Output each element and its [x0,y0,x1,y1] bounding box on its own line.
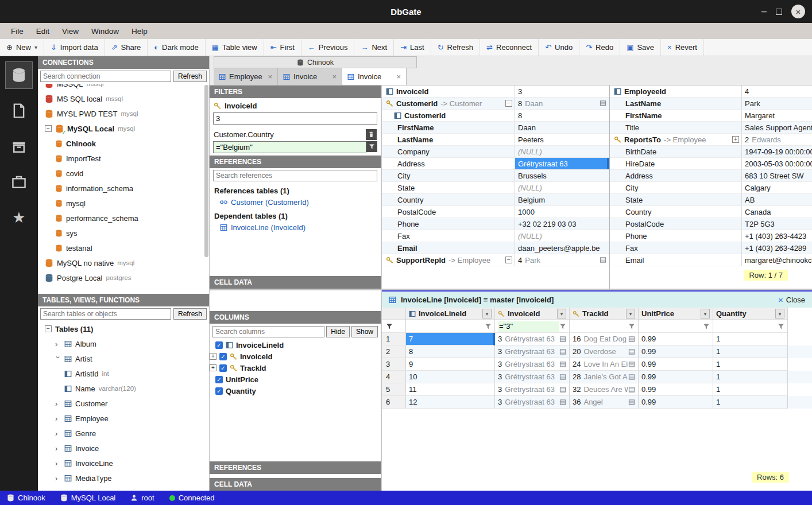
menu-edit[interactable]: Edit [30,25,56,37]
checkbox-checked-icon[interactable]: ✓ [215,376,223,383]
close-tab-icon[interactable]: × [332,72,337,81]
column-header-trackid[interactable]: TrackId▾ [570,308,639,320]
connections-nav-icon[interactable] [6,62,32,88]
database-item-chinook[interactable]: Chinook [38,136,209,151]
open-form-icon[interactable] [559,361,566,368]
filter-cell[interactable] [639,320,713,333]
form-row[interactable]: PostalCode1000 [382,206,609,218]
expand-icon[interactable]: + [210,364,216,371]
connection-item[interactable]: MySQL no nativemysql [38,255,209,270]
column-header-invoicelineid[interactable]: InvoiceLineId▾ [406,308,495,320]
files-nav-icon[interactable] [6,98,32,124]
form-row[interactable]: EmployeeId4 [610,86,812,98]
show-column-button[interactable]: Show [351,326,378,337]
hide-column-button[interactable]: Hide [326,326,350,337]
form-row[interactable]: BirthDate1947-09-19 00:00:00 [610,146,812,158]
database-item[interactable]: information_schema [38,181,209,196]
grid-cell[interactable]: 1 [713,345,788,358]
grid-cell[interactable]: 20Overdose [570,345,639,358]
form-row[interactable]: FirstNameDaan [382,122,609,134]
open-form-icon[interactable] [628,374,635,380]
archive-nav-icon[interactable] [6,133,32,160]
close-tab-icon[interactable]: × [396,72,401,81]
table-item-album[interactable]: ›Album [38,336,209,351]
reference-link-customer[interactable]: Customer (CustomerId) [210,196,381,208]
statusbar-connection[interactable]: MySQL Local [60,494,116,502]
form-row[interactable]: Fax+1 (403) 263-4289 [610,242,812,254]
grid-cell[interactable]: 0.99 [639,396,713,409]
chevron-right-icon[interactable]: › [55,429,61,438]
refresh-connections-button[interactable]: Refresh [173,71,207,82]
undo-button[interactable]: ↶Undo [539,39,579,56]
grid-cell[interactable]: 3Grétrystraat 63 [495,333,570,345]
grid-cell[interactable]: 36Angel [570,396,639,409]
checkbox-checked-icon[interactable]: ✓ [219,353,227,360]
open-form-icon[interactable] [628,386,635,393]
tab-employee[interactable]: Employee× [214,68,278,85]
row-number[interactable]: 3 [382,358,406,371]
grid-cell[interactable]: 3Grétrystraat 63 [495,371,570,383]
funnel-icon[interactable] [559,323,566,330]
expand-icon[interactable]: + [732,136,739,143]
open-form-icon[interactable] [600,257,606,263]
connection-item[interactable]: Postgre Localpostgres [38,270,209,285]
collapse-icon[interactable]: − [45,125,52,132]
filter-cell[interactable] [713,320,788,333]
form-row[interactable]: Fax(NULL) [382,230,609,242]
open-form-icon[interactable] [559,399,566,406]
filter-cell[interactable] [406,320,495,333]
column-item-artistid[interactable]: ArtistIdint [38,366,209,381]
table-item-artist[interactable]: ›Artist [38,351,209,366]
column-check-item[interactable]: +✓TrackId [210,362,381,374]
search-connection-input[interactable] [40,71,171,82]
filter-menu-button[interactable] [366,141,377,152]
form-row[interactable]: Phone+32 02 219 03 03 [382,218,609,230]
selected-cell[interactable]: 7 [406,333,495,345]
grid-cell[interactable]: 1 [713,371,788,383]
open-form-icon[interactable] [559,386,566,393]
expand-icon[interactable]: + [210,353,216,360]
row-number[interactable]: 1 [382,333,406,345]
form-row[interactable]: CountryCanada [610,206,812,218]
grid-cell[interactable]: 1 [713,396,788,409]
form-row[interactable]: CityCalgary [610,182,812,194]
tables-root[interactable]: −Tables (11) [38,321,209,336]
tab-invoice-1[interactable]: Invoice× [278,68,342,85]
import-data-button[interactable]: ⇓Import data [44,39,105,56]
reconnect-button[interactable]: ⇌Reconnect [480,39,539,56]
form-row[interactable]: InvoiceId3 [382,86,609,98]
search-columns-input[interactable] [212,326,324,337]
form-row[interactable]: Emaildaan_peeters@apple.be [382,242,609,254]
open-form-icon[interactable] [628,348,635,355]
menu-help[interactable]: Help [125,25,154,37]
grid-cell[interactable]: 3Grétrystraat 63 [495,396,570,409]
scrollbar[interactable] [204,85,208,257]
connection-item-mysql-local[interactable]: − ✓ MySQL Localmysql [38,121,209,136]
grid-cell[interactable]: 9 [406,358,495,371]
column-menu-button[interactable]: ▾ [557,309,566,318]
country-filter-input[interactable] [213,141,366,153]
form-row[interactable]: SupportRepId-> Employee−4Park [382,254,609,266]
form-row[interactable]: HireDate2003-05-03 00:00:00 [610,158,812,170]
dark-mode-button[interactable]: ◐Dark mode [148,39,205,56]
form-row[interactable]: TitleSales Support Agent [610,122,812,134]
grid-cell[interactable]: 0.99 [639,358,713,371]
grid-cell[interactable]: 3Grétrystraat 63 [495,345,570,358]
funnel-icon[interactable] [778,323,784,330]
next-button[interactable]: →Next [354,39,394,56]
open-form-icon[interactable] [559,348,566,355]
database-item[interactable]: ImportTest [38,151,209,166]
grid-cell[interactable]: 0.99 [639,345,713,358]
revert-button[interactable]: ×Revert [661,39,704,56]
reference-link-invoiceline[interactable]: InvoiceLine (InvoiceId) [210,222,381,234]
grid-cell[interactable]: 32Deuces Are Wild [570,383,639,396]
close-button[interactable]: × [791,5,805,18]
chevron-right-icon[interactable]: › [55,414,61,423]
open-form-icon[interactable] [600,100,606,107]
grid-cell[interactable]: 12 [406,396,495,409]
form-row[interactable]: AddressGrétrystraat 63 [382,158,609,170]
collapse-icon[interactable]: − [505,100,512,107]
checkbox-checked-icon[interactable]: ✓ [215,387,223,395]
grid-cell[interactable]: 3Grétrystraat 63 [495,383,570,396]
database-item[interactable]: covid [38,166,209,181]
